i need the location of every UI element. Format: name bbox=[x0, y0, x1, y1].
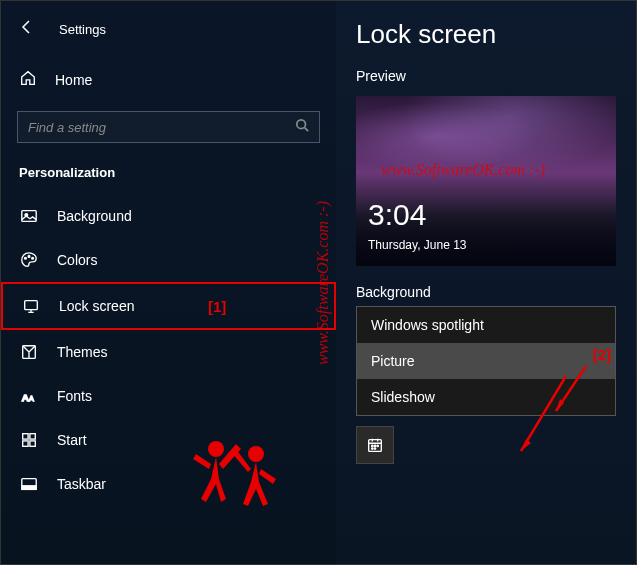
svg-point-0 bbox=[297, 120, 306, 129]
home-icon bbox=[19, 69, 37, 91]
svg-rect-10 bbox=[23, 434, 28, 439]
sidebar-item-colors[interactable]: Colors bbox=[1, 238, 336, 282]
sidebar-item-background[interactable]: Background bbox=[1, 194, 336, 238]
palette-icon bbox=[19, 250, 39, 270]
annotation-marker-1: [1] bbox=[208, 298, 226, 315]
page-title: Lock screen bbox=[356, 19, 616, 50]
preview-label: Preview bbox=[356, 68, 616, 84]
header-row: Settings bbox=[1, 11, 336, 47]
nav-label: Fonts bbox=[57, 388, 92, 404]
sidebar-item-themes[interactable]: Themes bbox=[1, 330, 336, 374]
settings-sidebar: Settings Home Personalization Background bbox=[1, 1, 336, 564]
preview-date: Thursday, June 13 bbox=[368, 238, 467, 252]
search-input[interactable] bbox=[28, 120, 295, 135]
svg-point-18 bbox=[374, 445, 375, 446]
search-icon bbox=[295, 118, 309, 136]
sidebar-item-start[interactable]: Start bbox=[1, 418, 336, 462]
svg-text:A: A bbox=[29, 394, 34, 403]
svg-point-4 bbox=[28, 256, 30, 258]
sidebar-item-lockscreen[interactable]: Lock screen [1] bbox=[1, 282, 336, 330]
start-icon bbox=[19, 430, 39, 450]
svg-rect-15 bbox=[22, 486, 36, 490]
category-title: Personalization bbox=[1, 149, 336, 194]
nav-label: Background bbox=[57, 208, 132, 224]
nav-label: Lock screen bbox=[59, 298, 134, 314]
lockscreen-icon bbox=[21, 296, 41, 316]
background-label: Background bbox=[356, 284, 616, 300]
svg-point-5 bbox=[32, 257, 34, 259]
svg-point-19 bbox=[377, 445, 378, 446]
dropdown-option-spotlight[interactable]: Windows spotlight bbox=[357, 307, 615, 343]
nav-label: Colors bbox=[57, 252, 97, 268]
picture-icon bbox=[19, 206, 39, 226]
svg-rect-13 bbox=[30, 441, 35, 446]
main-content: Lock screen Preview 3:04 Thursday, June … bbox=[336, 1, 636, 564]
svg-rect-6 bbox=[25, 301, 38, 310]
annotation-marker-2: [2] bbox=[593, 346, 611, 363]
svg-text:A: A bbox=[22, 392, 29, 403]
nav-label: Taskbar bbox=[57, 476, 106, 492]
annotation-arrow-icon bbox=[511, 371, 581, 461]
settings-title: Settings bbox=[59, 22, 106, 37]
sidebar-item-home[interactable]: Home bbox=[1, 55, 336, 105]
taskbar-icon bbox=[19, 474, 39, 494]
svg-rect-11 bbox=[30, 434, 35, 439]
back-icon[interactable] bbox=[19, 19, 35, 39]
svg-point-3 bbox=[25, 257, 27, 259]
calendar-app-button[interactable] bbox=[356, 426, 394, 464]
svg-point-17 bbox=[372, 445, 373, 446]
svg-rect-12 bbox=[23, 441, 28, 446]
svg-marker-23 bbox=[521, 439, 531, 451]
svg-rect-1 bbox=[22, 211, 36, 222]
lockscreen-preview: 3:04 Thursday, June 13 bbox=[356, 96, 616, 266]
svg-point-20 bbox=[372, 448, 373, 449]
preview-time: 3:04 bbox=[368, 198, 426, 232]
sidebar-item-fonts[interactable]: AA Fonts bbox=[1, 374, 336, 418]
sidebar-item-taskbar[interactable]: Taskbar bbox=[1, 462, 336, 506]
nav-label: Start bbox=[57, 432, 87, 448]
themes-icon bbox=[19, 342, 39, 362]
home-label: Home bbox=[55, 72, 92, 88]
svg-point-21 bbox=[374, 448, 375, 449]
nav-label: Themes bbox=[57, 344, 108, 360]
fonts-icon: AA bbox=[19, 386, 39, 406]
search-box[interactable] bbox=[17, 111, 320, 143]
